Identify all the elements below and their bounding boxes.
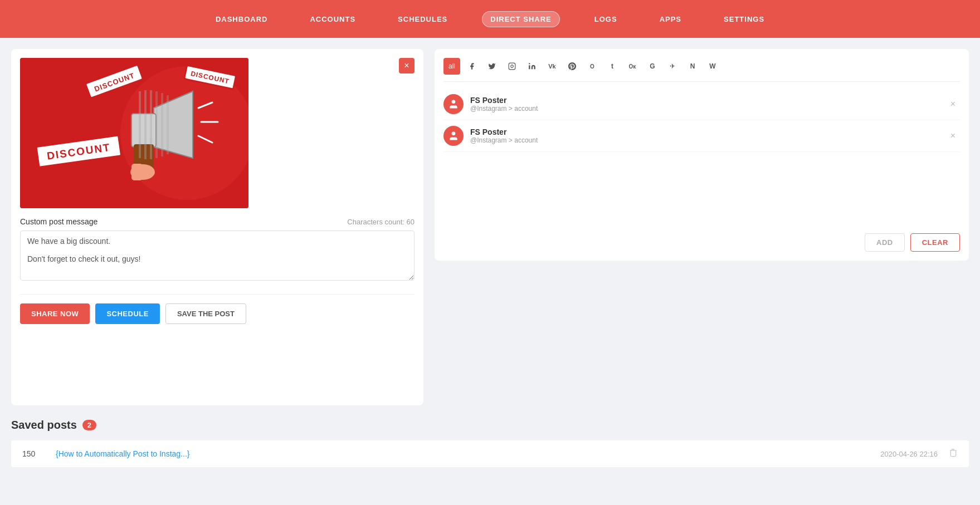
saved-post-row: 150 {How to Automatically Post to Instag… bbox=[11, 440, 969, 467]
saved-posts-header: Saved posts 2 bbox=[11, 419, 969, 432]
svg-point-24 bbox=[529, 63, 530, 64]
right-panel: all Vk О t Ок G ✈ N W bbox=[435, 49, 969, 261]
svg-rect-22 bbox=[509, 63, 515, 70]
navbar: DASHBOARD ACCOUNTS SCHEDULES DIRECT SHAR… bbox=[0, 0, 980, 38]
saved-post-date: 2020-04-26 22:16 bbox=[880, 450, 938, 458]
nav-apps[interactable]: APPS bbox=[652, 12, 689, 27]
action-row: SHARE NOW SCHEDULE SAVE THE POST bbox=[20, 294, 415, 324]
filter-ok[interactable]: О bbox=[584, 58, 601, 75]
filter-linkedin[interactable] bbox=[524, 58, 540, 75]
schedule-button[interactable]: SCHEDULE bbox=[95, 303, 160, 324]
saved-posts-section: Saved posts 2 150 {How to Automatically … bbox=[0, 405, 980, 467]
nav-settings[interactable]: SETTINGS bbox=[716, 12, 772, 27]
filter-n[interactable]: N bbox=[684, 58, 701, 75]
saved-post-title[interactable]: {How to Automatically Post to Instag...} bbox=[56, 449, 880, 458]
saved-post-id: 150 bbox=[22, 449, 56, 458]
save-post-button[interactable]: SAVE THE POST bbox=[165, 303, 246, 324]
account-info-1: FS Poster @Instagram > account bbox=[470, 96, 960, 112]
filter-tumblr[interactable]: t bbox=[604, 58, 621, 75]
svg-rect-15 bbox=[131, 164, 143, 180]
account-name-2: FS Poster bbox=[470, 128, 960, 136]
main-container: × bbox=[0, 38, 980, 405]
filter-telegram[interactable]: ✈ bbox=[664, 58, 681, 75]
saved-posts-title: Saved posts bbox=[11, 419, 77, 432]
filter-instagram[interactable] bbox=[504, 58, 520, 75]
account-item-1: FS Poster @Instagram > account × bbox=[443, 89, 960, 120]
account-remove-2[interactable]: × bbox=[946, 129, 960, 143]
account-avatar-2 bbox=[443, 126, 464, 146]
message-label: Custom post message bbox=[20, 217, 97, 226]
nav-schedules[interactable]: SCHEDULES bbox=[390, 12, 455, 27]
svg-point-26 bbox=[452, 132, 456, 136]
account-name-1: FS Poster bbox=[470, 96, 960, 105]
svg-point-25 bbox=[452, 100, 456, 104]
filter-odnoklassniki[interactable]: Ок bbox=[624, 58, 641, 75]
account-path-2: @Instagram > account bbox=[470, 136, 960, 144]
message-textarea[interactable]: We have a big discount. Don't forget to … bbox=[20, 231, 415, 281]
char-count: Characters count: 60 bbox=[347, 218, 415, 226]
social-icons-row: all Vk О t Ок G ✈ N W bbox=[443, 58, 960, 82]
nav-accounts[interactable]: ACCOUNTS bbox=[302, 12, 363, 27]
account-avatar-1 bbox=[443, 94, 464, 114]
nav-logs[interactable]: LOGS bbox=[587, 12, 625, 27]
clear-button[interactable]: CLEAR bbox=[910, 233, 960, 252]
filter-wordpress[interactable]: W bbox=[704, 58, 721, 75]
account-remove-1[interactable]: × bbox=[946, 97, 960, 111]
saved-count-badge: 2 bbox=[82, 420, 96, 430]
account-item-2: FS Poster @Instagram > account × bbox=[443, 120, 960, 152]
filter-all[interactable]: all bbox=[443, 58, 460, 75]
filter-pinterest[interactable] bbox=[564, 58, 581, 75]
saved-post-delete[interactable] bbox=[949, 448, 958, 459]
filter-vk[interactable]: Vk bbox=[544, 58, 560, 75]
account-path-1: @Instagram > account bbox=[470, 105, 960, 112]
filter-google[interactable]: G bbox=[644, 58, 661, 75]
message-label-row: Custom post message Characters count: 60 bbox=[20, 217, 415, 226]
nav-direct-share[interactable]: DIRECT SHARE bbox=[482, 11, 560, 27]
add-clear-row: ADD CLEAR bbox=[865, 233, 960, 252]
add-button[interactable]: ADD bbox=[865, 233, 905, 252]
post-image: DISCOUNT DISCOUNT DISCOUNT bbox=[20, 58, 248, 208]
svg-rect-3 bbox=[131, 114, 156, 147]
close-button[interactable]: × bbox=[399, 58, 415, 73]
filter-facebook[interactable] bbox=[464, 58, 480, 75]
account-info-2: FS Poster @Instagram > account bbox=[470, 128, 960, 144]
filter-twitter[interactable] bbox=[484, 58, 500, 75]
share-now-button[interactable]: SHARE NOW bbox=[20, 303, 90, 324]
nav-dashboard[interactable]: DASHBOARD bbox=[208, 12, 276, 27]
left-panel: × bbox=[11, 49, 423, 405]
